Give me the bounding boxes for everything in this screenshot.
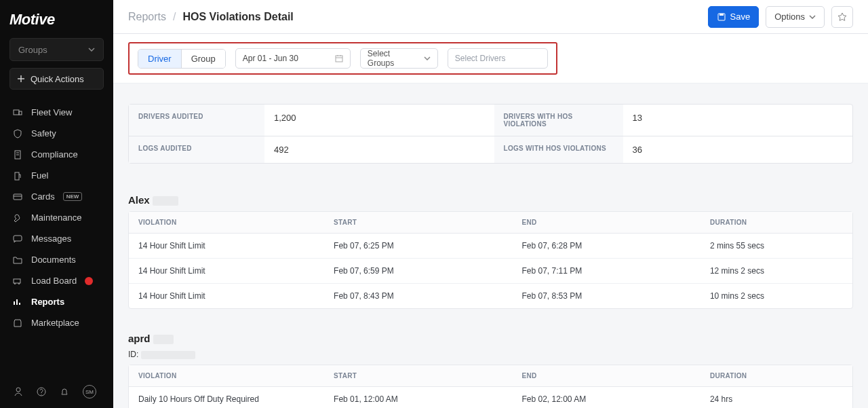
segment-driver[interactable]: Driver <box>138 50 182 68</box>
sidebar-item-label: Reports <box>31 297 64 307</box>
col-end: END <box>512 365 700 387</box>
sidebar-item-documents[interactable]: Documents <box>0 249 113 270</box>
quick-actions-label: Quick Actions <box>31 74 84 84</box>
col-duration: DURATION <box>701 212 852 234</box>
chart-icon <box>12 298 23 306</box>
sidebar-item-maintenance[interactable]: Maintenance <box>0 207 113 228</box>
svg-rect-14 <box>336 56 342 62</box>
breadcrumb: Reports / HOS Violations Detail <box>128 11 294 23</box>
options-button[interactable]: Options <box>766 6 825 28</box>
cell-violation: 14 Hour Shift Limit <box>129 284 324 308</box>
driver-name-text: aprd <box>128 333 151 344</box>
table-row[interactable]: 14 Hour Shift Limit Feb 07, 6:59 PM Feb … <box>129 259 852 284</box>
groups-dropdown[interactable]: Groups <box>9 38 104 61</box>
summary-label: DRIVERS WITH HOS VIOLATIONS <box>494 105 623 136</box>
sidebar-item-marketplace[interactable]: Marketplace <box>0 312 113 333</box>
segment-group[interactable]: Group <box>182 50 225 68</box>
favorite-button[interactable] <box>831 6 853 28</box>
chevron-down-icon <box>424 56 431 60</box>
summary-value: 13 <box>623 105 853 136</box>
sidebar-item-label: Marketplace <box>31 318 79 328</box>
sidebar-item-label: Fuel <box>31 170 48 181</box>
notification-dot-icon <box>85 277 93 285</box>
sidebar-item-label: Maintenance <box>31 212 81 223</box>
quick-actions-button[interactable]: Quick Actions <box>9 68 104 90</box>
svg-rect-3 <box>15 172 19 180</box>
cell-duration: 12 mins 2 secs <box>701 259 852 284</box>
cell-end: Feb 07, 6:28 PM <box>512 234 700 259</box>
cell-start: Feb 07, 6:25 PM <box>324 234 512 259</box>
user-icon[interactable] <box>14 387 23 396</box>
calendar-icon <box>335 54 343 62</box>
shield-icon <box>12 129 23 138</box>
breadcrumb-parent[interactable]: Reports <box>128 11 166 23</box>
sidebar-item-label: Fleet View <box>31 107 72 117</box>
violations-table: VIOLATION START END DURATION Daily 10 Ho… <box>128 365 853 408</box>
filters-highlight: Driver Group Apr 01 - Jun 30 Select Grou… <box>128 42 557 75</box>
cell-duration: 2 mins 55 secs <box>701 234 852 259</box>
main: Reports / HOS Violations Detail Save Opt… <box>113 0 868 408</box>
chevron-down-icon <box>809 15 816 19</box>
select-groups-dropdown[interactable]: Select Groups <box>360 48 438 69</box>
wrench-icon <box>12 213 23 223</box>
sidebar-item-label: Messages <box>31 234 71 244</box>
summary-value: 492 <box>264 136 494 163</box>
new-badge: NEW <box>63 192 83 201</box>
driver-id: ID: <box>128 350 853 359</box>
sidebar-nav: Fleet View Safety Compliance Fuel Cards … <box>0 99 113 378</box>
driver-name: Alex <box>128 194 178 206</box>
cell-end: Feb 07, 8:53 PM <box>512 284 700 308</box>
date-range-value: Apr 01 - Jun 30 <box>243 54 298 63</box>
bell-icon[interactable] <box>60 387 69 396</box>
avatar[interactable]: SM <box>83 385 96 398</box>
save-button[interactable]: Save <box>708 6 760 28</box>
cell-start: Feb 07, 8:43 PM <box>324 284 512 308</box>
summary-value: 1,200 <box>264 105 494 136</box>
svg-rect-4 <box>14 194 22 200</box>
col-end: END <box>512 212 700 234</box>
sidebar-item-messages[interactable]: Messages <box>0 228 113 249</box>
fuel-icon <box>12 171 23 181</box>
sidebar-item-load-board[interactable]: Load Board <box>0 270 113 291</box>
document-icon <box>12 150 23 160</box>
cell-start: Feb 01, 12:00 AM <box>324 387 512 408</box>
sidebar-item-label: Documents <box>31 255 76 265</box>
sidebar-item-compliance[interactable]: Compliance <box>0 144 113 165</box>
cell-violation: Daily 10 Hours Off Duty Required <box>129 387 324 408</box>
sidebar-item-reports[interactable]: Reports <box>0 291 113 312</box>
table-row[interactable]: Daily 10 Hours Off Duty Required Feb 01,… <box>129 387 852 408</box>
summary-label: LOGS WITH HOS VIOLATIONS <box>494 136 623 163</box>
sidebar-item-fuel[interactable]: Fuel <box>0 165 113 186</box>
date-range-picker[interactable]: Apr 01 - Jun 30 <box>235 48 351 69</box>
sidebar: Motive Groups Quick Actions Fleet View S… <box>0 0 113 408</box>
summary-label: LOGS AUDITED <box>129 136 264 163</box>
filters-bar: Driver Group Apr 01 - Jun 30 Select Grou… <box>113 34 868 84</box>
col-duration: DURATION <box>701 365 852 387</box>
cell-duration: 24 hrs <box>701 387 852 408</box>
help-icon[interactable] <box>37 387 46 396</box>
sidebar-item-label: Load Board <box>31 276 77 286</box>
svg-rect-6 <box>14 279 20 283</box>
driver-name: aprd <box>128 333 174 344</box>
sidebar-item-fleet-view[interactable]: Fleet View <box>0 102 113 123</box>
star-icon <box>837 12 847 22</box>
col-start: START <box>324 212 512 234</box>
cell-end: Feb 02, 12:00 AM <box>512 387 700 408</box>
plus-icon <box>17 75 25 83</box>
topbar-actions: Save Options <box>708 6 853 28</box>
select-drivers-input[interactable]: Select Drivers <box>448 48 548 69</box>
svg-point-7 <box>14 283 16 284</box>
breadcrumb-separator: / <box>173 11 176 23</box>
table-row[interactable]: 14 Hour Shift Limit Feb 07, 6:25 PM Feb … <box>129 234 852 259</box>
sidebar-item-cards[interactable]: Cards NEW <box>0 186 113 207</box>
sidebar-item-label: Compliance <box>31 149 78 160</box>
view-segment: Driver Group <box>138 49 226 69</box>
summary-label: DRIVERS AUDITED <box>129 105 264 136</box>
sidebar-item-safety[interactable]: Safety <box>0 123 113 144</box>
truck-icon <box>12 109 23 117</box>
folder-icon <box>12 256 23 264</box>
svg-rect-13 <box>719 14 724 16</box>
summary-value: 36 <box>623 136 853 163</box>
driver-id-label: ID: <box>128 350 138 359</box>
table-row[interactable]: 14 Hour Shift Limit Feb 07, 8:43 PM Feb … <box>129 284 852 308</box>
